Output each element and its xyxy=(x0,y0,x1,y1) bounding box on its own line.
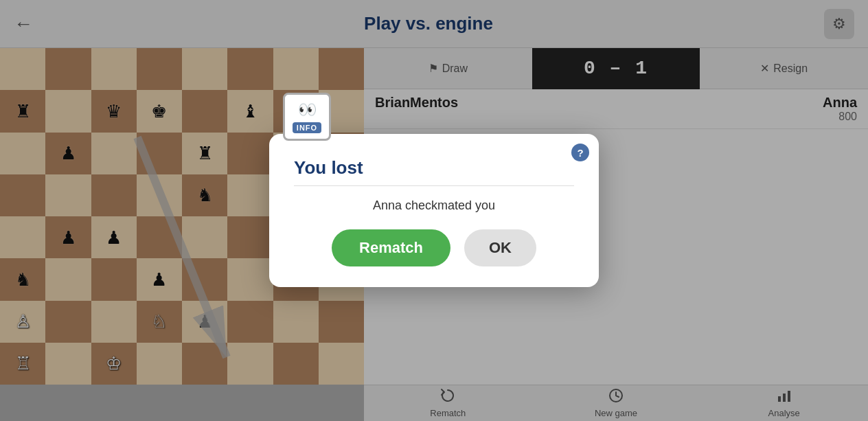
rematch-button[interactable]: Rematch xyxy=(332,229,450,266)
mascot-body: 👀 INFO xyxy=(283,93,331,141)
ok-button[interactable]: OK xyxy=(464,229,536,266)
question-badge[interactable]: ? xyxy=(571,144,589,161)
modal-message: Anna checkmated you xyxy=(294,198,574,213)
mascot: 👀 INFO xyxy=(283,93,331,141)
modal-overlay: 👀 INFO ? You lost Anna checkmated you Re… xyxy=(0,0,868,421)
modal-title: You lost xyxy=(294,157,574,179)
modal-divider xyxy=(294,185,574,186)
game-result-modal: 👀 INFO ? You lost Anna checkmated you Re… xyxy=(269,134,599,287)
info-badge: INFO xyxy=(293,122,321,133)
modal-buttons: Rematch OK xyxy=(294,229,574,266)
mascot-eyes-icon: 👀 xyxy=(298,101,317,119)
